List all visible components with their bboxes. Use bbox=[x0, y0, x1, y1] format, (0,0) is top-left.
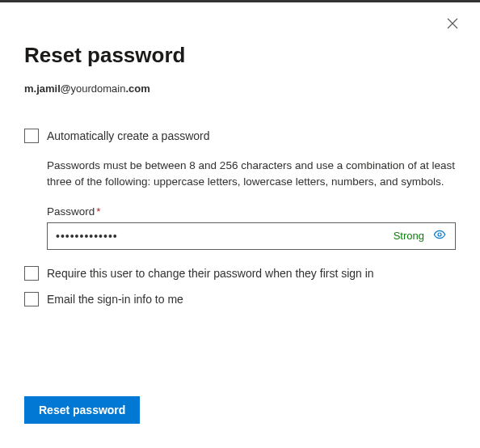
email-domain: yourdomain bbox=[70, 82, 125, 95]
require-change-label[interactable]: Require this user to change their passwo… bbox=[47, 267, 374, 280]
bottom-options: Require this user to change their passwo… bbox=[24, 266, 456, 306]
auto-create-label[interactable]: Automatically create a password bbox=[47, 129, 210, 142]
auto-create-row: Automatically create a password bbox=[24, 129, 456, 143]
page-title: Reset password bbox=[24, 43, 456, 68]
password-label: Password bbox=[47, 205, 95, 218]
email-suffix: .com bbox=[125, 82, 149, 95]
close-icon bbox=[447, 18, 458, 32]
reveal-password-button[interactable] bbox=[432, 229, 447, 243]
password-hint: Passwords must be between 8 and 256 char… bbox=[47, 158, 456, 191]
close-button[interactable] bbox=[440, 12, 465, 38]
email-info-label[interactable]: Email the sign-in info to me bbox=[47, 293, 183, 306]
password-input[interactable] bbox=[56, 230, 394, 243]
password-input-wrap: Strong bbox=[47, 222, 456, 250]
reset-password-button[interactable]: Reset password bbox=[24, 396, 140, 424]
email-info-checkbox[interactable] bbox=[24, 292, 39, 306]
user-email: m.jamil@yourdomain.com bbox=[24, 82, 456, 95]
require-change-row: Require this user to change their passwo… bbox=[24, 266, 456, 281]
eye-icon bbox=[433, 228, 446, 244]
require-change-checkbox[interactable] bbox=[24, 266, 39, 281]
password-label-row: Password* bbox=[47, 205, 456, 218]
password-strength: Strong bbox=[394, 230, 424, 242]
email-prefix: m.jamil@ bbox=[24, 82, 70, 95]
email-info-row: Email the sign-in info to me bbox=[24, 292, 456, 306]
dialog-content: Reset password m.jamil@yourdomain.com Au… bbox=[0, 2, 480, 342]
svg-point-2 bbox=[438, 233, 441, 236]
auto-create-checkbox[interactable] bbox=[24, 129, 39, 143]
required-mark: * bbox=[96, 205, 100, 218]
